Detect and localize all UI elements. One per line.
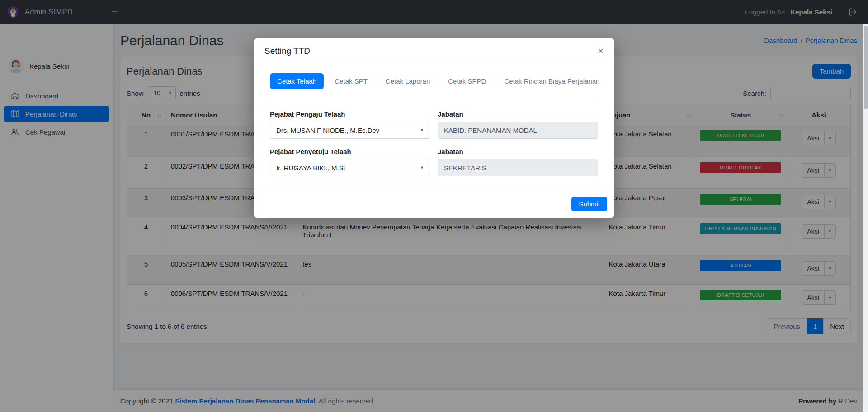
tab-cetak-telaah[interactable]: Cetak Telaah (270, 73, 324, 89)
tab-cetak-laporan[interactable]: Cetak Laporan (378, 73, 437, 89)
submit-button[interactable]: Submit (571, 197, 607, 211)
modal-footer: Submit (254, 190, 614, 218)
modal-title: Setting TTD (264, 46, 310, 56)
penyetuju-jabatan-input: SEKRETARIS (438, 159, 598, 176)
tab-cetak-spt[interactable]: Cetak SPT (327, 73, 375, 89)
jabatan-label: Jabatan (438, 148, 598, 155)
caret-down-icon: ▼ (420, 128, 424, 132)
penyetuju-selected-value: Ir. RUGAYA BIKI., M.Si (276, 164, 345, 172)
modal-form: Pejabat Pengaju Telaah Drs. MUSANIF NIOD… (270, 110, 598, 176)
pengaju-jabatan-input: KABID. PENANAMAN MODAL (438, 122, 598, 139)
setting-ttd-modal: Setting TTD × Cetak Telaah Cetak SPT Cet… (254, 38, 614, 218)
penyetuju-label: Pejabat Penyetuju Telaah (270, 148, 430, 155)
pengaju-label: Pejabat Pengaju Telaah (270, 110, 430, 118)
pengaju-select[interactable]: Drs. MUSANIF NIODE., M.Ec.Dev ▼ (270, 122, 430, 139)
close-icon[interactable]: × (598, 46, 604, 56)
tab-cetak-rincian-biaya[interactable]: Cetak Rincian Biaya Perjalanan (497, 73, 607, 89)
penyetuju-field: Pejabat Penyetuju Telaah Ir. RUGAYA BIKI… (270, 148, 430, 176)
scrollbar[interactable] (863, 24, 868, 412)
tab-cetak-sppd[interactable]: Cetak SPPD (441, 73, 493, 89)
scrollbar-thumb[interactable] (864, 26, 868, 109)
penyetuju-jabatan-field: Jabatan SEKRETARIS (438, 148, 598, 176)
pengaju-field: Pejabat Pengaju Telaah Drs. MUSANIF NIOD… (270, 110, 430, 139)
pengaju-selected-value: Drs. MUSANIF NIODE., M.Ec.Dev (276, 126, 379, 134)
modal-body: Cetak Telaah Cetak SPT Cetak Laporan Cet… (254, 64, 614, 190)
modal-tabs: Cetak Telaah Cetak SPT Cetak Laporan Cet… (270, 73, 598, 100)
pengaju-jabatan-field: Jabatan KABID. PENANAMAN MODAL (438, 110, 598, 139)
jabatan-label: Jabatan (438, 110, 598, 118)
penyetuju-select[interactable]: Ir. RUGAYA BIKI., M.Si ▼ (270, 159, 430, 176)
caret-down-icon: ▼ (420, 165, 424, 170)
modal-header: Setting TTD × (254, 38, 614, 64)
